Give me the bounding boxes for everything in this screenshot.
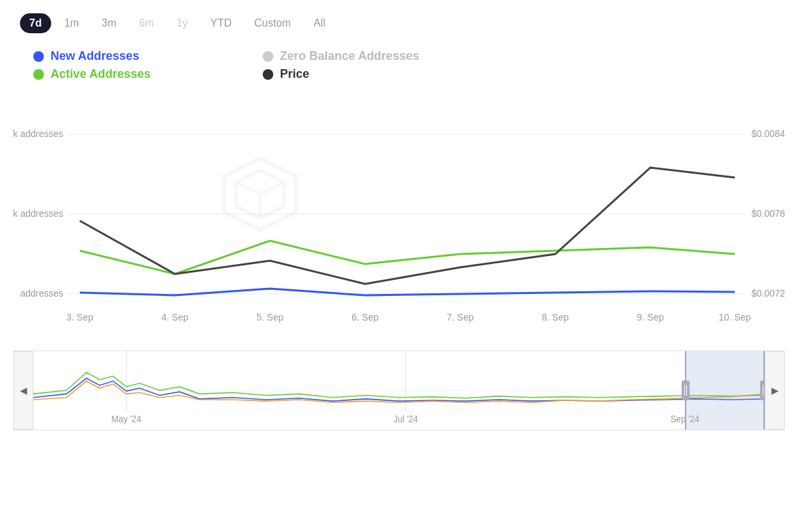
nav-arrow-left[interactable]: ◀ xyxy=(13,351,33,430)
legend-dot xyxy=(33,69,44,80)
time-filter-6m[interactable]: 6m xyxy=(130,13,163,33)
svg-text:8. Sep: 8. Sep xyxy=(542,312,569,323)
time-filter-all[interactable]: All xyxy=(304,13,334,33)
svg-text:200k addresses: 200k addresses xyxy=(13,128,63,139)
mini-chart-svg: May '24 Jul '24 Sep '24 xyxy=(33,351,765,430)
legend-label: New Addresses xyxy=(51,49,139,63)
svg-text:$0.007200: $0.007200 xyxy=(751,288,785,299)
time-filter-1y[interactable]: 1y xyxy=(167,13,197,33)
legend-label: Price xyxy=(280,67,309,81)
selection-overlay[interactable] xyxy=(685,351,765,430)
time-filter-custom[interactable]: Custom xyxy=(245,13,300,33)
legend-item-active-addresses: Active Addresses xyxy=(33,67,249,81)
main-container: 7d1m3m6m1yYTDCustomAll New AddressesZero… xyxy=(0,0,798,532)
svg-text:9. Sep: 9. Sep xyxy=(637,312,664,323)
legend-label: Zero Balance Addresses xyxy=(280,49,419,63)
nav-arrow-right[interactable]: ▶ xyxy=(765,351,785,430)
chart-svg: 200k addresses 100k addresses addresses … xyxy=(13,94,785,347)
legend-dot xyxy=(263,69,273,80)
svg-text:addresses: addresses xyxy=(20,288,63,299)
chart-legend: New AddressesZero Balance AddressesActiv… xyxy=(13,49,479,81)
svg-text:May '24: May '24 xyxy=(111,414,142,425)
drag-handle-right[interactable] xyxy=(760,380,765,400)
mini-chart-nav: ◀ May '24 Jul '24 Sep '24 xyxy=(13,351,785,430)
svg-text:3. Sep: 3. Sep xyxy=(66,312,94,323)
legend-label: Active Addresses xyxy=(51,67,150,81)
drag-handle-left[interactable] xyxy=(682,380,690,400)
svg-text:$0.007800: $0.007800 xyxy=(751,208,785,219)
svg-text:4. Sep: 4. Sep xyxy=(162,312,189,323)
svg-text:$0.008400: $0.008400 xyxy=(751,128,785,139)
legend-item-price: Price xyxy=(263,67,479,81)
time-filter-3m[interactable]: 3m xyxy=(92,13,126,33)
main-chart-area: 200k addresses 100k addresses addresses … xyxy=(13,94,785,347)
svg-text:6. Sep: 6. Sep xyxy=(352,312,379,323)
legend-item-zero-balance-addresses: Zero Balance Addresses xyxy=(263,49,479,63)
svg-text:5. Sep: 5. Sep xyxy=(257,312,284,323)
mini-chart-content: May '24 Jul '24 Sep '24 xyxy=(33,351,765,430)
legend-dot xyxy=(33,51,44,62)
legend-dot xyxy=(263,51,273,62)
legend-item-new-addresses: New Addresses xyxy=(33,49,249,63)
svg-text:Jul '24: Jul '24 xyxy=(393,414,418,425)
time-filter-ytd[interactable]: YTD xyxy=(201,13,241,33)
time-filter-7d[interactable]: 7d xyxy=(20,13,51,33)
mini-chart-navigator: ◀ May '24 Jul '24 Sep '24 xyxy=(13,350,785,430)
svg-text:10. Sep: 10. Sep xyxy=(719,312,751,323)
svg-text:100k addresses: 100k addresses xyxy=(13,208,63,219)
svg-text:7. Sep: 7. Sep xyxy=(447,312,474,323)
time-filter-bar: 7d1m3m6m1yYTDCustomAll xyxy=(13,13,785,33)
time-filter-1m[interactable]: 1m xyxy=(55,13,88,33)
